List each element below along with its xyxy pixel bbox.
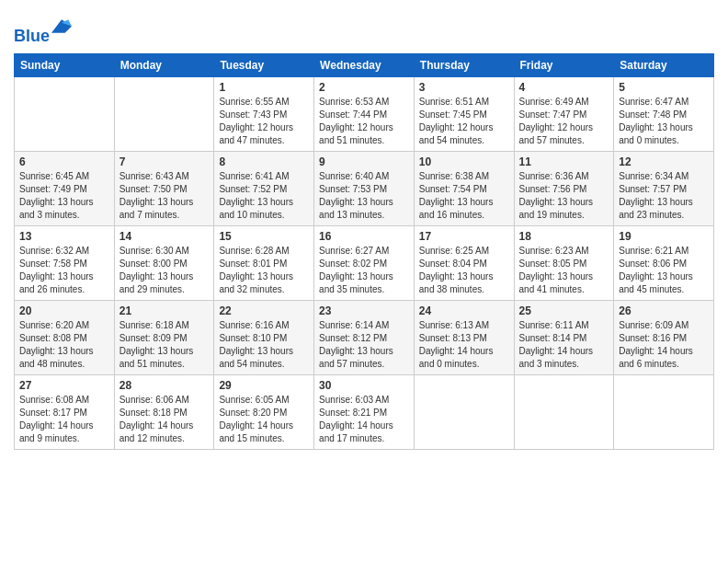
calendar-header-row: SundayMondayTuesdayWednesdayThursdayFrid… (15, 53, 714, 76)
day-number: 23 (319, 304, 409, 317)
day-number: 27 (19, 379, 109, 392)
calendar-cell: 27Sunrise: 6:08 AM Sunset: 8:17 PM Dayli… (15, 374, 115, 449)
day-number: 7 (119, 155, 210, 168)
logo-blue-label: Blue (14, 27, 50, 45)
calendar-cell (114, 76, 214, 151)
calendar-cell: 13Sunrise: 6:32 AM Sunset: 7:58 PM Dayli… (15, 225, 115, 300)
day-info: Sunrise: 6:38 AM Sunset: 7:54 PM Dayligh… (419, 170, 509, 222)
day-info: Sunrise: 6:14 AM Sunset: 8:12 PM Dayligh… (319, 319, 409, 371)
day-info: Sunrise: 6:05 AM Sunset: 8:20 PM Dayligh… (219, 394, 309, 445)
calendar-cell: 4Sunrise: 6:49 AM Sunset: 7:47 PM Daylig… (514, 76, 614, 151)
day-number: 3 (419, 81, 509, 94)
calendar-cell: 19Sunrise: 6:21 AM Sunset: 8:06 PM Dayli… (614, 225, 714, 300)
calendar-cell: 9Sunrise: 6:40 AM Sunset: 7:53 PM Daylig… (314, 151, 415, 225)
calendar-cell: 30Sunrise: 6:03 AM Sunset: 8:21 PM Dayli… (314, 374, 415, 449)
calendar-cell: 24Sunrise: 6:13 AM Sunset: 8:13 PM Dayli… (414, 300, 514, 374)
calendar-cell: 8Sunrise: 6:41 AM Sunset: 7:52 PM Daylig… (214, 151, 314, 225)
day-number: 29 (219, 379, 309, 392)
week-row-4: 20Sunrise: 6:20 AM Sunset: 8:08 PM Dayli… (15, 300, 714, 374)
day-number: 21 (119, 304, 210, 317)
calendar-cell: 23Sunrise: 6:14 AM Sunset: 8:12 PM Dayli… (314, 300, 415, 374)
day-info: Sunrise: 6:36 AM Sunset: 7:56 PM Dayligh… (519, 170, 609, 222)
day-number: 12 (619, 155, 709, 168)
col-header-sunday: Sunday (15, 53, 115, 76)
day-number: 16 (319, 230, 409, 243)
calendar-cell: 3Sunrise: 6:51 AM Sunset: 7:45 PM Daylig… (414, 76, 514, 151)
page: Blue SundayMondayTuesdayWednesdayThursda… (0, 0, 728, 563)
day-info: Sunrise: 6:28 AM Sunset: 8:01 PM Dayligh… (219, 245, 309, 296)
calendar-cell: 25Sunrise: 6:11 AM Sunset: 8:14 PM Dayli… (514, 300, 614, 374)
day-info: Sunrise: 6:23 AM Sunset: 8:05 PM Dayligh… (519, 245, 609, 296)
day-info: Sunrise: 6:32 AM Sunset: 7:58 PM Dayligh… (19, 245, 109, 296)
day-info: Sunrise: 6:45 AM Sunset: 7:49 PM Dayligh… (19, 170, 109, 222)
calendar-cell: 20Sunrise: 6:20 AM Sunset: 8:08 PM Dayli… (15, 300, 115, 374)
calendar-cell: 14Sunrise: 6:30 AM Sunset: 8:00 PM Dayli… (114, 225, 214, 300)
week-row-3: 13Sunrise: 6:32 AM Sunset: 7:58 PM Dayli… (15, 225, 714, 300)
calendar-table: SundayMondayTuesdayWednesdayThursdayFrid… (14, 53, 714, 450)
col-header-tuesday: Tuesday (214, 53, 314, 76)
calendar-cell: 11Sunrise: 6:36 AM Sunset: 7:56 PM Dayli… (514, 151, 614, 225)
day-info: Sunrise: 6:09 AM Sunset: 8:16 PM Dayligh… (619, 319, 709, 371)
day-number: 6 (19, 155, 109, 168)
calendar-cell: 7Sunrise: 6:43 AM Sunset: 7:50 PM Daylig… (114, 151, 214, 225)
day-info: Sunrise: 6:13 AM Sunset: 8:13 PM Dayligh… (419, 319, 509, 371)
calendar-cell: 16Sunrise: 6:27 AM Sunset: 8:02 PM Dayli… (314, 225, 415, 300)
week-row-1: 1Sunrise: 6:55 AM Sunset: 7:43 PM Daylig… (15, 76, 714, 151)
calendar-cell: 10Sunrise: 6:38 AM Sunset: 7:54 PM Dayli… (414, 151, 514, 225)
day-number: 17 (419, 230, 509, 243)
day-info: Sunrise: 6:20 AM Sunset: 8:08 PM Dayligh… (19, 319, 109, 371)
day-number: 18 (519, 230, 609, 243)
day-info: Sunrise: 6:18 AM Sunset: 8:09 PM Dayligh… (119, 319, 210, 371)
day-info: Sunrise: 6:49 AM Sunset: 7:47 PM Dayligh… (519, 96, 609, 147)
day-number: 10 (419, 155, 509, 168)
day-number: 26 (619, 304, 709, 317)
day-info: Sunrise: 6:40 AM Sunset: 7:53 PM Dayligh… (319, 170, 409, 222)
col-header-saturday: Saturday (614, 53, 714, 76)
day-info: Sunrise: 6:43 AM Sunset: 7:50 PM Dayligh… (119, 170, 210, 222)
calendar-cell: 6Sunrise: 6:45 AM Sunset: 7:49 PM Daylig… (15, 151, 115, 225)
day-info: Sunrise: 6:16 AM Sunset: 8:10 PM Dayligh… (219, 319, 309, 371)
logo-blue-text: Blue (14, 27, 50, 45)
calendar-cell: 5Sunrise: 6:47 AM Sunset: 7:48 PM Daylig… (614, 76, 714, 151)
day-info: Sunrise: 6:08 AM Sunset: 8:17 PM Dayligh… (19, 394, 109, 445)
day-info: Sunrise: 6:03 AM Sunset: 8:21 PM Dayligh… (319, 394, 409, 445)
col-header-thursday: Thursday (414, 53, 514, 76)
day-number: 20 (19, 304, 109, 317)
calendar-cell: 22Sunrise: 6:16 AM Sunset: 8:10 PM Dayli… (214, 300, 314, 374)
week-row-5: 27Sunrise: 6:08 AM Sunset: 8:17 PM Dayli… (15, 374, 714, 449)
day-info: Sunrise: 6:11 AM Sunset: 8:14 PM Dayligh… (519, 319, 609, 371)
calendar-cell (414, 374, 514, 449)
col-header-friday: Friday (514, 53, 614, 76)
day-info: Sunrise: 6:55 AM Sunset: 7:43 PM Dayligh… (219, 96, 309, 147)
day-number: 25 (519, 304, 609, 317)
logo-icon (51, 17, 72, 38)
day-number: 15 (219, 230, 309, 243)
calendar-cell: 26Sunrise: 6:09 AM Sunset: 8:16 PM Dayli… (614, 300, 714, 374)
day-info: Sunrise: 6:25 AM Sunset: 8:04 PM Dayligh… (419, 245, 509, 296)
day-info: Sunrise: 6:47 AM Sunset: 7:48 PM Dayligh… (619, 96, 709, 147)
day-info: Sunrise: 6:30 AM Sunset: 8:00 PM Dayligh… (119, 245, 210, 296)
day-number: 9 (319, 155, 409, 168)
logo: Blue (14, 9, 72, 46)
day-number: 13 (19, 230, 109, 243)
day-info: Sunrise: 6:34 AM Sunset: 7:57 PM Dayligh… (619, 170, 709, 222)
calendar-cell: 17Sunrise: 6:25 AM Sunset: 8:04 PM Dayli… (414, 225, 514, 300)
day-number: 22 (219, 304, 309, 317)
calendar-cell: 29Sunrise: 6:05 AM Sunset: 8:20 PM Dayli… (214, 374, 314, 449)
day-number: 28 (119, 379, 210, 392)
week-row-2: 6Sunrise: 6:45 AM Sunset: 7:49 PM Daylig… (15, 151, 714, 225)
day-number: 1 (219, 81, 309, 94)
day-info: Sunrise: 6:06 AM Sunset: 8:18 PM Dayligh… (119, 394, 210, 445)
day-number: 14 (119, 230, 210, 243)
calendar-cell: 18Sunrise: 6:23 AM Sunset: 8:05 PM Dayli… (514, 225, 614, 300)
day-number: 2 (319, 81, 409, 94)
day-info: Sunrise: 6:51 AM Sunset: 7:45 PM Dayligh… (419, 96, 509, 147)
day-number: 24 (419, 304, 509, 317)
day-info: Sunrise: 6:27 AM Sunset: 8:02 PM Dayligh… (319, 245, 409, 296)
calendar-cell: 28Sunrise: 6:06 AM Sunset: 8:18 PM Dayli… (114, 374, 214, 449)
calendar-cell (614, 374, 714, 449)
day-number: 4 (519, 81, 609, 94)
day-number: 30 (319, 379, 409, 392)
col-header-wednesday: Wednesday (314, 53, 415, 76)
header: Blue (14, 9, 714, 46)
